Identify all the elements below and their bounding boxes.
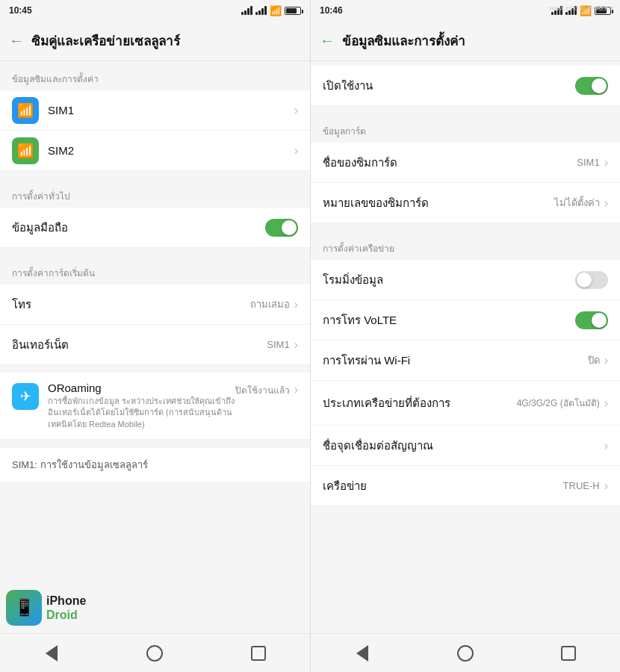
sim-bottom-section: SIM1: การใช้งานข้อมูลเซลลูลาร์ <box>0 447 310 482</box>
right-back-button[interactable]: ← <box>320 32 335 49</box>
phone-info-label: ข้อมูลมือถือ <box>12 219 265 237</box>
right-nav-recents[interactable] <box>554 638 583 668</box>
logo-area: 📱 iPhone Droid <box>0 582 149 633</box>
wifi-calling-value: ปิด <box>588 352 600 368</box>
apn-label: ชื่อจุดเชื่อมต่อสัญญาณ <box>323 437 604 455</box>
sim2-chevron-icon: › <box>294 144 298 158</box>
right-nav-home[interactable] <box>450 638 480 668</box>
section-label-card-info: ข้อมูลการ์ด <box>311 113 620 143</box>
left-scroll-content[interactable]: ข้อมูลซิมและการตั้งค่า 📶 SIM1 › 📶 SIM2 ›… <box>0 61 310 633</box>
divider-r1 <box>311 106 620 113</box>
data-roaming-item[interactable]: โรมมิ่งข้อมูล <box>311 260 620 300</box>
section-label-sim-info: ข้อมูลซิมและการตั้งค่า <box>0 61 310 90</box>
enable-label: เปิดใช้งาน <box>323 77 575 95</box>
sim-number-item[interactable]: หมายเลขของซิมการ์ด ไม่ได้ตั้งค่า › <box>311 183 620 223</box>
oroaming-desc: การซื้อพักเเกงข้อมูล ระหว่างประเทศช่วยให… <box>48 396 235 430</box>
network-value: TRUE-H <box>563 480 600 491</box>
network-chevron-icon: › <box>604 479 608 493</box>
wifi-calling-chevron-icon: › <box>604 354 608 367</box>
left-bottom-nav <box>0 633 310 672</box>
logo-brand: iPhone <box>46 594 86 608</box>
network-item[interactable]: เครือข่าย TRUE-H › <box>311 466 620 506</box>
left-nav-back[interactable] <box>37 638 66 668</box>
enable-toggle-knob <box>592 78 607 93</box>
left-home-icon <box>146 645 163 662</box>
right-bottom-nav <box>311 633 620 672</box>
left-status-bar: 10:45 📶 <box>0 0 310 21</box>
divider-3 <box>0 365 310 373</box>
sim-name-item[interactable]: ชื่อของซิมการ์ด SIM1 › <box>311 143 620 183</box>
oroaming-value: ปิดใช้งานแล้ว <box>235 383 290 397</box>
sim-number-chevron-icon: › <box>604 196 608 210</box>
sim1-icon: 📶 <box>12 97 39 124</box>
right-nav-back[interactable] <box>347 638 377 668</box>
divider-r2 <box>311 223 620 231</box>
apn-chevron-icon: › <box>604 439 608 452</box>
left-back-icon <box>46 645 58 662</box>
wifi-calling-label: การโทรผ่าน Wi-Fi <box>323 352 588 370</box>
data-roaming-toggle-container <box>575 271 608 289</box>
sim1-chevron-icon: › <box>294 104 298 117</box>
logo-text: iPhone Droid <box>46 594 86 622</box>
left-recents-icon <box>251 646 266 661</box>
oroaming-item[interactable]: ✈ ORoaming การซื้อพักเเกงข้อมูล ระหว่างป… <box>0 373 310 440</box>
right-status-time: 10:46 <box>320 5 343 16</box>
volte-item[interactable]: การโทร VoLTE <box>311 300 620 340</box>
data-roaming-toggle[interactable] <box>575 271 608 289</box>
internet-chevron-icon: › <box>294 338 298 352</box>
right-panel: www.iphone-droid.net 10:46 📶 <box>310 0 620 672</box>
call-value: ถามเสมอ <box>250 296 290 312</box>
left-header: ← ซิมคู่และเครือข่ายเซลลูลาร์ <box>0 21 310 61</box>
oroaming-label: ORoaming <box>48 382 235 394</box>
battery-icon <box>285 7 301 15</box>
left-nav-recents[interactable] <box>244 638 273 668</box>
data-roaming-knob <box>577 273 592 287</box>
volte-toggle[interactable] <box>575 311 608 329</box>
left-status-time: 10:45 <box>9 5 32 16</box>
sim-name-label: ชื่อของซิมการ์ด <box>323 154 577 172</box>
time-display: 10:45 <box>9 5 32 16</box>
divider-2 <box>0 248 310 255</box>
signal2-icon <box>255 6 267 15</box>
volte-toggle-container <box>575 311 608 329</box>
phone-info-toggle-container <box>265 219 298 237</box>
sim1-item[interactable]: 📶 SIM1 › <box>0 90 310 131</box>
network-type-chevron-icon: › <box>604 396 608 410</box>
wifi-calling-item[interactable]: การโทรผ่าน Wi-Fi ปิด › <box>311 340 620 381</box>
enable-toggle-container <box>575 77 608 95</box>
phone-info-toggle[interactable] <box>265 219 298 237</box>
volte-label: การโทร VoLTE <box>323 311 575 329</box>
sim2-item[interactable]: 📶 SIM2 › <box>0 131 310 171</box>
enable-item[interactable]: เปิดใช้งาน <box>311 66 620 106</box>
page-title: ซิมคู่และเครือข่ายเซลลูลาร์ <box>31 31 180 51</box>
divider-4 <box>0 440 310 447</box>
internet-label: อินเทอร์เน็ต <box>12 336 267 354</box>
left-status-icons: 📶 <box>241 5 301 16</box>
volte-knob <box>592 313 607 328</box>
call-label: โทร <box>12 296 250 314</box>
logo-product: Droid <box>46 608 86 622</box>
network-type-label: ประเภทเครือข่ายที่ต้องการ <box>323 394 517 412</box>
sim2-icon: 📶 <box>12 137 39 164</box>
call-chevron-icon: › <box>294 298 298 311</box>
left-nav-home[interactable] <box>140 638 170 668</box>
right-scroll-content[interactable]: เปิดใช้งาน ข้อมูลการ์ด ชื่อของซิมการ์ด S… <box>311 61 620 633</box>
back-button[interactable]: ← <box>9 32 24 49</box>
apn-item[interactable]: ชื่อจุดเชื่อมต่อสัญญาณ › <box>311 426 620 466</box>
sim2-label: SIM2 <box>48 144 294 157</box>
sim-name-value: SIM1 <box>577 157 599 168</box>
internet-item[interactable]: อินเทอร์เน็ต SIM1 › <box>0 325 310 365</box>
logo-icon: 📱 <box>6 590 42 626</box>
sim-bottom-label: SIM1: การใช้งานข้อมูลเซลลูลาร์ <box>12 457 298 473</box>
right-header: ← ข้อมูลซิมและการตั้งค่า <box>311 21 620 61</box>
right-page-title: ข้อมูลซิมและการตั้งค่า <box>342 31 465 51</box>
call-item[interactable]: โทร ถามเสมอ › <box>0 284 310 325</box>
divider-1 <box>0 171 310 178</box>
network-label: เครือข่าย <box>323 477 563 495</box>
network-type-item[interactable]: ประเภทเครือข่ายที่ต้องการ 4G/3G/2G (อัตโ… <box>311 381 620 426</box>
internet-value: SIM1 <box>267 339 289 350</box>
phone-info-item[interactable]: ข้อมูลมือถือ <box>0 208 310 248</box>
enable-toggle[interactable] <box>575 77 608 95</box>
signal-icon <box>241 6 252 15</box>
watermark: www.iphone-droid.net <box>549 4 614 12</box>
